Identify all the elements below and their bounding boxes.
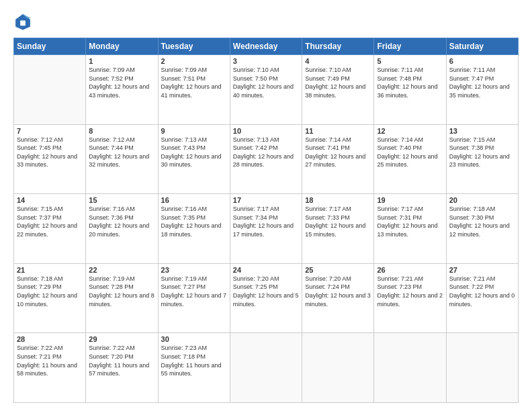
calendar-day-cell — [230, 333, 302, 403]
day-number: 21 — [17, 266, 83, 274]
header — [13, 12, 519, 31]
calendar-day-cell: 28Sunrise: 7:22 AMSunset: 7:21 PMDayligh… — [14, 333, 86, 403]
day-number: 26 — [377, 266, 443, 274]
calendar-day-cell — [374, 333, 446, 403]
calendar-day-cell: 8Sunrise: 7:12 AMSunset: 7:44 PMDaylight… — [86, 124, 158, 194]
day-info: Sunrise: 7:23 AMSunset: 7:18 PMDaylight:… — [161, 344, 227, 377]
day-info: Sunrise: 7:14 AMSunset: 7:41 PMDaylight:… — [305, 136, 371, 169]
day-info: Sunrise: 7:20 AMSunset: 7:24 PMDaylight:… — [305, 275, 371, 308]
calendar-day-cell: 30Sunrise: 7:23 AMSunset: 7:18 PMDayligh… — [158, 333, 230, 403]
calendar-day-cell: 18Sunrise: 7:17 AMSunset: 7:33 PMDayligh… — [302, 194, 374, 264]
day-number: 13 — [449, 127, 515, 135]
day-info: Sunrise: 7:09 AMSunset: 7:51 PMDaylight:… — [161, 66, 227, 99]
calendar-day-cell — [14, 55, 86, 125]
calendar-day-cell — [302, 333, 374, 403]
day-number: 20 — [449, 196, 515, 204]
day-number: 6 — [449, 57, 515, 65]
calendar-day-cell: 15Sunrise: 7:16 AMSunset: 7:36 PMDayligh… — [86, 194, 158, 264]
calendar-day-cell: 29Sunrise: 7:22 AMSunset: 7:20 PMDayligh… — [86, 333, 158, 403]
day-number: 24 — [233, 266, 299, 274]
day-info: Sunrise: 7:12 AMSunset: 7:45 PMDaylight:… — [17, 136, 83, 169]
day-number: 17 — [233, 196, 299, 204]
day-number: 28 — [17, 335, 83, 343]
weekday-header: Saturday — [446, 38, 518, 55]
weekday-header: Friday — [374, 38, 446, 55]
day-number: 7 — [17, 127, 83, 135]
day-info: Sunrise: 7:15 AMSunset: 7:38 PMDaylight:… — [449, 136, 515, 169]
weekday-header: Sunday — [14, 38, 86, 55]
day-number: 14 — [17, 196, 83, 204]
calendar-day-cell: 13Sunrise: 7:15 AMSunset: 7:38 PMDayligh… — [446, 124, 518, 194]
day-number: 11 — [305, 127, 371, 135]
calendar-day-cell: 20Sunrise: 7:18 AMSunset: 7:30 PMDayligh… — [446, 194, 518, 264]
day-info: Sunrise: 7:11 AMSunset: 7:47 PMDaylight:… — [449, 66, 515, 99]
logo-icon — [13, 12, 32, 31]
calendar-day-cell: 27Sunrise: 7:21 AMSunset: 7:22 PMDayligh… — [446, 263, 518, 333]
day-info: Sunrise: 7:10 AMSunset: 7:49 PMDaylight:… — [305, 66, 371, 99]
calendar-day-cell: 24Sunrise: 7:20 AMSunset: 7:25 PMDayligh… — [230, 263, 302, 333]
day-number: 30 — [161, 335, 227, 343]
day-number: 23 — [161, 266, 227, 274]
day-info: Sunrise: 7:22 AMSunset: 7:20 PMDaylight:… — [89, 344, 154, 377]
day-info: Sunrise: 7:19 AMSunset: 7:27 PMDaylight:… — [161, 275, 227, 308]
weekday-header: Monday — [86, 38, 158, 55]
day-info: Sunrise: 7:21 AMSunset: 7:22 PMDaylight:… — [449, 275, 515, 308]
logo — [13, 12, 35, 31]
svg-rect-2 — [20, 20, 26, 26]
calendar-day-cell: 22Sunrise: 7:19 AMSunset: 7:28 PMDayligh… — [86, 263, 158, 333]
day-info: Sunrise: 7:09 AMSunset: 7:52 PMDaylight:… — [89, 66, 154, 99]
calendar-day-cell: 2Sunrise: 7:09 AMSunset: 7:51 PMDaylight… — [158, 55, 230, 125]
weekday-header: Wednesday — [230, 38, 302, 55]
day-number: 2 — [161, 57, 227, 65]
calendar-day-cell: 17Sunrise: 7:17 AMSunset: 7:34 PMDayligh… — [230, 194, 302, 264]
day-info: Sunrise: 7:16 AMSunset: 7:36 PMDaylight:… — [89, 205, 154, 238]
day-number: 8 — [89, 127, 154, 135]
calendar-day-cell: 11Sunrise: 7:14 AMSunset: 7:41 PMDayligh… — [302, 124, 374, 194]
calendar-day-cell: 4Sunrise: 7:10 AMSunset: 7:49 PMDaylight… — [302, 55, 374, 125]
day-info: Sunrise: 7:19 AMSunset: 7:28 PMDaylight:… — [89, 275, 154, 308]
day-number: 22 — [89, 266, 154, 274]
day-number: 4 — [305, 57, 371, 65]
day-number: 25 — [305, 266, 371, 274]
day-number: 19 — [377, 196, 443, 204]
calendar-day-cell: 5Sunrise: 7:11 AMSunset: 7:48 PMDaylight… — [374, 55, 446, 125]
day-info: Sunrise: 7:15 AMSunset: 7:37 PMDaylight:… — [17, 205, 83, 238]
page: SundayMondayTuesdayWednesdayThursdayFrid… — [0, 0, 532, 411]
day-info: Sunrise: 7:20 AMSunset: 7:25 PMDaylight:… — [233, 275, 299, 308]
calendar-day-cell: 21Sunrise: 7:18 AMSunset: 7:29 PMDayligh… — [14, 263, 86, 333]
day-number: 5 — [377, 57, 443, 65]
calendar-week-row: 14Sunrise: 7:15 AMSunset: 7:37 PMDayligh… — [14, 194, 519, 264]
calendar-week-row: 1Sunrise: 7:09 AMSunset: 7:52 PMDaylight… — [14, 55, 519, 125]
calendar-week-row: 7Sunrise: 7:12 AMSunset: 7:45 PMDaylight… — [14, 124, 519, 194]
day-number: 12 — [377, 127, 443, 135]
calendar-day-cell: 16Sunrise: 7:16 AMSunset: 7:35 PMDayligh… — [158, 194, 230, 264]
day-number: 27 — [449, 266, 515, 274]
calendar-day-cell: 26Sunrise: 7:21 AMSunset: 7:23 PMDayligh… — [374, 263, 446, 333]
day-info: Sunrise: 7:18 AMSunset: 7:29 PMDaylight:… — [17, 275, 83, 308]
day-info: Sunrise: 7:13 AMSunset: 7:43 PMDaylight:… — [161, 136, 227, 169]
day-number: 18 — [305, 196, 371, 204]
day-info: Sunrise: 7:13 AMSunset: 7:42 PMDaylight:… — [233, 136, 299, 169]
calendar-week-row: 21Sunrise: 7:18 AMSunset: 7:29 PMDayligh… — [14, 263, 519, 333]
day-info: Sunrise: 7:11 AMSunset: 7:48 PMDaylight:… — [377, 66, 443, 99]
calendar-day-cell — [446, 333, 518, 403]
calendar-day-cell: 10Sunrise: 7:13 AMSunset: 7:42 PMDayligh… — [230, 124, 302, 194]
calendar-day-cell: 9Sunrise: 7:13 AMSunset: 7:43 PMDaylight… — [158, 124, 230, 194]
weekday-header: Tuesday — [158, 38, 230, 55]
calendar-week-row: 28Sunrise: 7:22 AMSunset: 7:21 PMDayligh… — [14, 333, 519, 403]
day-info: Sunrise: 7:10 AMSunset: 7:50 PMDaylight:… — [233, 66, 299, 99]
calendar-day-cell: 14Sunrise: 7:15 AMSunset: 7:37 PMDayligh… — [14, 194, 86, 264]
calendar-day-cell: 19Sunrise: 7:17 AMSunset: 7:31 PMDayligh… — [374, 194, 446, 264]
weekday-header: Thursday — [302, 38, 374, 55]
calendar-header-row: SundayMondayTuesdayWednesdayThursdayFrid… — [14, 38, 519, 55]
calendar-day-cell: 6Sunrise: 7:11 AMSunset: 7:47 PMDaylight… — [446, 55, 518, 125]
day-info: Sunrise: 7:17 AMSunset: 7:33 PMDaylight:… — [305, 205, 371, 238]
calendar-day-cell: 23Sunrise: 7:19 AMSunset: 7:27 PMDayligh… — [158, 263, 230, 333]
day-info: Sunrise: 7:14 AMSunset: 7:40 PMDaylight:… — [377, 136, 443, 169]
day-info: Sunrise: 7:18 AMSunset: 7:30 PMDaylight:… — [449, 205, 515, 238]
day-number: 9 — [161, 127, 227, 135]
calendar-day-cell: 12Sunrise: 7:14 AMSunset: 7:40 PMDayligh… — [374, 124, 446, 194]
calendar-day-cell: 7Sunrise: 7:12 AMSunset: 7:45 PMDaylight… — [14, 124, 86, 194]
day-number: 15 — [89, 196, 154, 204]
day-info: Sunrise: 7:17 AMSunset: 7:34 PMDaylight:… — [233, 205, 299, 238]
